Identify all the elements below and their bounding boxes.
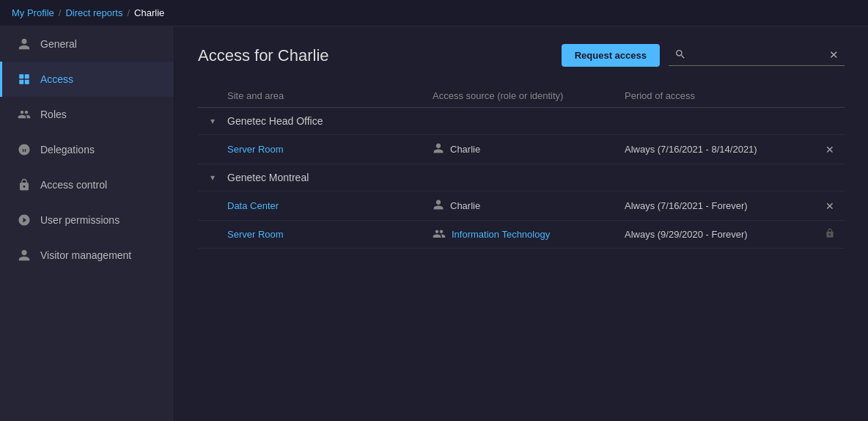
table-column-headers: Site and area Access source (role or ide… <box>198 84 845 108</box>
person-icon-1 <box>433 142 444 156</box>
period-2: Always (7/16/2021 - Forever) <box>625 200 815 211</box>
user-permissions-icon <box>17 213 32 227</box>
svg-rect-1 <box>25 74 29 78</box>
general-icon <box>17 37 32 51</box>
expand-montreal[interactable]: ▾ <box>198 172 227 183</box>
breadcrumb-current: Charlie <box>134 7 164 18</box>
svg-point-5 <box>26 145 28 147</box>
source-name-charlie-2: Charlie <box>450 200 480 211</box>
roles-icon <box>17 107 32 122</box>
content-area: Access for Charlie Request access ✕ Site… <box>174 26 868 421</box>
delegations-icon <box>17 142 32 157</box>
group-icon <box>433 228 446 241</box>
remove-button-2[interactable]: ✕ <box>815 200 845 212</box>
sidebar-label-access: Access <box>40 73 73 85</box>
table-row: Data Center Charlie Always (7/16/2021 - … <box>198 191 845 221</box>
source-name-info-tech[interactable]: Information Technology <box>452 229 550 240</box>
remove-button-1[interactable]: ✕ <box>815 144 845 155</box>
area-data-center[interactable]: Data Center <box>227 200 433 211</box>
close-icon[interactable]: ✕ <box>829 48 839 62</box>
sidebar-label-access-control: Access control <box>40 179 107 191</box>
period-3: Always (9/29/2020 - Forever) <box>625 229 815 240</box>
sidebar-item-visitor-management[interactable]: Visitor management <box>0 238 174 273</box>
sidebar-label-delegations: Delegations <box>40 144 95 155</box>
sidebar-item-user-permissions[interactable]: User permissions <box>0 202 174 238</box>
visitor-management-icon <box>17 248 32 263</box>
col-access-source: Access source (role or identity) <box>433 90 625 101</box>
group-row-head-office: ▾ Genetec Head Office <box>198 108 845 135</box>
sidebar-label-roles: Roles <box>40 109 67 120</box>
table-row: Server Room Information Technology Alway… <box>198 221 845 249</box>
source-charlie-1: Charlie <box>433 142 625 156</box>
sidebar: General Access Roles Delegations Access … <box>0 26 174 421</box>
group-row-montreal: ▾ Genetec Montreal <box>198 164 845 191</box>
sidebar-item-roles[interactable]: Roles <box>0 97 174 132</box>
search-icon[interactable] <box>674 48 686 62</box>
access-control-icon <box>17 177 32 192</box>
person-icon-2 <box>433 199 444 213</box>
col-site-area: Site and area <box>227 90 433 101</box>
svg-rect-2 <box>19 80 23 84</box>
table-row: Server Room Charlie Always (7/16/2021 - … <box>198 135 845 164</box>
svg-rect-3 <box>25 80 29 84</box>
source-info-tech: Information Technology <box>433 228 625 241</box>
main-layout: General Access Roles Delegations Access … <box>0 26 868 421</box>
col-actions <box>815 90 845 101</box>
lock-icon <box>815 228 845 241</box>
search-box: ✕ <box>669 45 845 66</box>
search-input[interactable] <box>692 50 823 61</box>
svg-rect-0 <box>19 74 23 78</box>
breadcrumb-my-profile[interactable]: My Profile <box>12 7 54 18</box>
sidebar-label-visitor-management: Visitor management <box>40 249 131 261</box>
breadcrumb-separator-2: / <box>127 7 130 18</box>
sidebar-item-access-control[interactable]: Access control <box>0 167 174 202</box>
expand-head-office[interactable]: ▾ <box>198 116 227 126</box>
col-expand <box>198 90 227 101</box>
group-name-montreal: Genetec Montreal <box>227 172 845 183</box>
access-icon <box>17 72 32 87</box>
breadcrumb: My Profile / Direct reports / Charlie <box>0 0 868 26</box>
period-1: Always (7/16/2021 - 8/14/2021) <box>625 144 815 155</box>
request-access-button[interactable]: Request access <box>562 44 660 67</box>
header-actions: Request access ✕ <box>562 44 845 67</box>
sidebar-item-access[interactable]: Access <box>0 62 174 97</box>
sidebar-item-general[interactable]: General <box>0 26 174 62</box>
group-name-head-office: Genetec Head Office <box>227 115 845 127</box>
content-header: Access for Charlie Request access ✕ <box>198 44 845 67</box>
breadcrumb-direct-reports[interactable]: Direct reports <box>65 7 122 18</box>
source-charlie-2: Charlie <box>433 199 625 213</box>
sidebar-label-user-permissions: User permissions <box>40 214 119 226</box>
sidebar-label-general: General <box>40 38 77 50</box>
sidebar-item-delegations[interactable]: Delegations <box>0 132 174 167</box>
area-server-room-2[interactable]: Server Room <box>227 229 433 240</box>
area-server-room-1[interactable]: Server Room <box>227 144 433 155</box>
source-name-charlie-1: Charlie <box>450 144 480 155</box>
svg-point-4 <box>21 145 23 147</box>
col-period: Period of access <box>625 90 815 101</box>
access-table: Site and area Access source (role or ide… <box>198 84 845 249</box>
page-title: Access for Charlie <box>198 46 329 65</box>
breadcrumb-separator-1: / <box>59 7 62 18</box>
